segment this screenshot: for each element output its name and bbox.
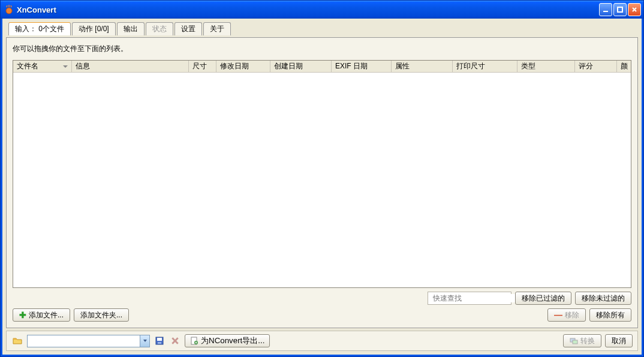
convert-button[interactable]: 转换 — [563, 334, 601, 347]
preset-combo[interactable] — [27, 335, 150, 347]
remove-all-button[interactable]: 移除所有 — [589, 308, 631, 322]
minus-icon: — — [554, 311, 562, 319]
minimize-button[interactable] — [599, 3, 612, 16]
chevron-down-icon — [140, 335, 149, 347]
col-modified[interactable]: 修改日期 — [216, 61, 270, 72]
input-panel: 你可以拖拽你的文件至下面的列表。 文件名 信息 尺寸 修改日期 创建日期 EXI… — [6, 37, 638, 328]
maximize-button[interactable] — [613, 3, 627, 16]
col-color[interactable]: 颜 — [617, 61, 631, 72]
svg-rect-11 — [573, 340, 577, 344]
open-folder-icon[interactable] — [11, 335, 23, 347]
close-button[interactable] — [628, 3, 641, 16]
svg-rect-7 — [158, 342, 161, 344]
col-exif-date[interactable]: EXIF 日期 — [332, 61, 392, 72]
svg-rect-2 — [618, 7, 622, 12]
col-filename[interactable]: 文件名 — [13, 61, 72, 72]
bottom-toolbar: 为NConvert导出... 转换 取消 — [6, 331, 638, 351]
add-file-button[interactable]: ✚添加文件... — [13, 308, 70, 322]
col-created[interactable]: 创建日期 — [270, 61, 332, 72]
col-size[interactable]: 尺寸 — [189, 61, 216, 72]
sort-indicator-icon — [63, 65, 68, 68]
export-nconvert-button[interactable]: 为NConvert导出... — [185, 334, 270, 347]
svg-point-0 — [6, 8, 12, 14]
convert-icon — [570, 337, 578, 345]
tab-settings[interactable]: 设置 — [174, 22, 202, 35]
tab-input[interactable]: 输入： 0个文件 — [8, 22, 71, 35]
delete-preset-icon — [169, 335, 181, 347]
save-preset-icon[interactable] — [154, 335, 165, 347]
page-icon — [190, 337, 198, 345]
cancel-button[interactable]: 取消 — [605, 334, 633, 347]
quick-search-field[interactable] — [433, 294, 523, 302]
app-icon — [4, 5, 14, 14]
file-listview[interactable]: 文件名 信息 尺寸 修改日期 创建日期 EXIF 日期 属性 打印尺寸 类型 评… — [13, 60, 631, 288]
tab-status: 状态 — [146, 22, 173, 35]
titlebar[interactable]: XnConvert — [1, 1, 643, 19]
window-title: XnConvert — [17, 5, 599, 14]
listview-body[interactable] — [13, 73, 631, 287]
svg-rect-6 — [157, 338, 162, 341]
tab-output[interactable]: 输出 — [117, 22, 145, 35]
tab-about[interactable]: 关于 — [203, 22, 231, 35]
col-print-size[interactable]: 打印尺寸 — [453, 61, 517, 72]
remove-unfiltered-button[interactable]: 移除未过滤的 — [575, 292, 631, 305]
drag-hint: 你可以拖拽你的文件至下面的列表。 — [13, 43, 631, 56]
col-type[interactable]: 类型 — [517, 61, 575, 72]
plus-icon: ✚ — [19, 311, 26, 319]
quick-search-input[interactable] — [428, 292, 511, 305]
svg-rect-1 — [603, 11, 608, 12]
add-folder-button[interactable]: 添加文件夹... — [74, 308, 129, 322]
remove-button[interactable]: —移除 — [547, 308, 586, 322]
remove-filtered-button[interactable]: 移除已过滤的 — [515, 292, 571, 305]
tab-bar: 输入： 0个文件 动作 [0/0] 输出 状态 设置 关于 — [6, 22, 638, 35]
tab-actions[interactable]: 动作 [0/0] — [72, 22, 116, 35]
col-info[interactable]: 信息 — [72, 61, 189, 72]
listview-header: 文件名 信息 尺寸 修改日期 创建日期 EXIF 日期 属性 打印尺寸 类型 评… — [13, 61, 631, 73]
col-attributes[interactable]: 属性 — [392, 61, 453, 72]
col-rating[interactable]: 评分 — [575, 61, 617, 72]
